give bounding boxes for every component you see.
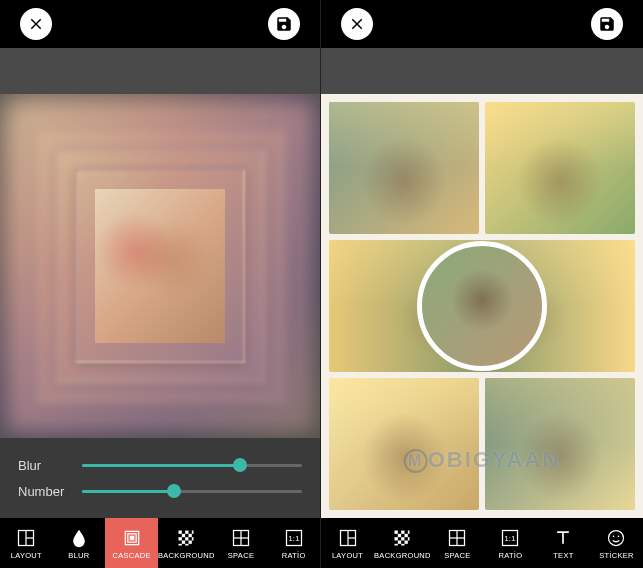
svg-rect-5: [130, 536, 133, 539]
watermark: MMOBIGYAANOBIGYAAN: [404, 447, 561, 473]
collage-canvas[interactable]: MMOBIGYAANOBIGYAAN: [321, 94, 643, 518]
svg-rect-33: [408, 537, 410, 540]
svg-rect-26: [395, 530, 398, 533]
screen-cascade: Blur Number LAYOUT BLUR CASCADE: [0, 0, 321, 568]
svg-rect-29: [398, 533, 401, 536]
header: [0, 0, 320, 48]
tool-background[interactable]: BACKGROUND: [158, 518, 215, 568]
tool-label: RATİO: [498, 551, 522, 560]
svg-rect-13: [192, 537, 194, 540]
text-icon: [552, 527, 574, 549]
ratio-icon: 1:1: [499, 527, 521, 549]
background-icon: [175, 527, 197, 549]
svg-rect-35: [405, 540, 408, 543]
sticker-icon: [605, 527, 627, 549]
tool-ratio[interactable]: 1:1 RATİO: [484, 518, 537, 568]
collage-cell[interactable]: [485, 102, 635, 234]
save-button[interactable]: [268, 8, 300, 40]
tool-label: LAYOUT: [11, 551, 42, 560]
svg-rect-34: [398, 540, 401, 543]
svg-rect-6: [179, 530, 182, 533]
sliders-panel: Blur Number: [0, 438, 320, 518]
blur-slider[interactable]: [82, 464, 302, 467]
svg-rect-7: [185, 530, 188, 533]
screen-collage: MMOBIGYAANOBIGYAAN LAYOUT BACKGROUND SPA…: [321, 0, 643, 568]
close-icon: [348, 15, 366, 33]
save-button[interactable]: [591, 8, 623, 40]
tool-label: SPACE: [228, 551, 254, 560]
svg-rect-12: [185, 537, 188, 540]
svg-rect-37: [402, 543, 405, 545]
tool-label: TEXT: [553, 551, 573, 560]
svg-rect-27: [402, 530, 405, 533]
tool-cascade[interactable]: CASCADE: [105, 518, 158, 568]
background-icon: [391, 527, 413, 549]
layout-icon: [15, 527, 37, 549]
number-slider-thumb[interactable]: [167, 484, 181, 498]
svg-rect-17: [185, 543, 188, 545]
save-icon: [275, 15, 293, 33]
number-slider-fill: [82, 490, 174, 493]
tool-label: SPACE: [444, 551, 470, 560]
svg-rect-11: [179, 537, 182, 540]
tool-sticker[interactable]: STİCKER: [590, 518, 643, 568]
bottom-toolbar: LAYOUT BLUR CASCADE BACKGROUND SPACE 1:1…: [0, 518, 320, 568]
svg-rect-9: [182, 533, 185, 536]
number-label: Number: [18, 484, 70, 499]
space-icon: [230, 527, 252, 549]
tool-label: CASCADE: [112, 551, 150, 560]
tool-label: BACKGROUND: [158, 551, 215, 560]
tool-label: BLUR: [68, 551, 89, 560]
svg-rect-36: [395, 543, 398, 545]
svg-rect-28: [408, 530, 410, 533]
blur-label: Blur: [18, 458, 70, 473]
spacer-bar: [321, 48, 643, 94]
svg-point-45: [618, 535, 620, 537]
tool-ratio[interactable]: 1:1 RATİO: [267, 518, 320, 568]
blur-slider-row: Blur: [18, 458, 302, 473]
collage-center-circle[interactable]: [417, 241, 547, 371]
tool-label: RATİO: [282, 551, 306, 560]
bottom-toolbar: LAYOUT BACKGROUND SPACE 1:1 RATİO TEXT S…: [321, 518, 643, 568]
tool-layout[interactable]: LAYOUT: [321, 518, 374, 568]
svg-point-43: [609, 530, 624, 545]
ratio-icon: 1:1: [283, 527, 305, 549]
tool-text[interactable]: TEXT: [537, 518, 590, 568]
collage-cell[interactable]: [329, 102, 479, 234]
svg-text:1:1: 1:1: [505, 534, 516, 543]
svg-point-44: [613, 535, 615, 537]
svg-rect-14: [182, 540, 185, 543]
number-slider[interactable]: [82, 490, 302, 493]
cascade-photo: [95, 189, 225, 343]
svg-rect-10: [189, 533, 192, 536]
spacer-bar: [0, 48, 320, 94]
collage-cell[interactable]: [485, 378, 635, 510]
tool-label: BACKGROUND: [374, 551, 431, 560]
cascade-icon: [121, 527, 143, 549]
header: [321, 0, 643, 48]
svg-rect-30: [405, 533, 408, 536]
number-slider-row: Number: [18, 484, 302, 499]
layout-icon: [337, 527, 359, 549]
tool-space[interactable]: SPACE: [431, 518, 484, 568]
close-button[interactable]: [20, 8, 52, 40]
save-icon: [598, 15, 616, 33]
svg-rect-8: [192, 530, 194, 533]
close-icon: [27, 15, 45, 33]
tool-space[interactable]: SPACE: [215, 518, 268, 568]
svg-text:1:1: 1:1: [288, 534, 299, 543]
close-button[interactable]: [341, 8, 373, 40]
tool-background[interactable]: BACKGROUND: [374, 518, 431, 568]
tool-layout[interactable]: LAYOUT: [0, 518, 53, 568]
svg-rect-32: [402, 537, 405, 540]
svg-rect-31: [395, 537, 398, 540]
tool-label: LAYOUT: [332, 551, 363, 560]
cascade-canvas[interactable]: [0, 94, 320, 438]
svg-rect-15: [189, 540, 192, 543]
blur-slider-fill: [82, 464, 240, 467]
svg-rect-16: [179, 543, 182, 545]
blur-icon: [68, 527, 90, 549]
blur-slider-thumb[interactable]: [233, 458, 247, 472]
tool-blur[interactable]: BLUR: [53, 518, 106, 568]
collage-cell[interactable]: [329, 378, 479, 510]
